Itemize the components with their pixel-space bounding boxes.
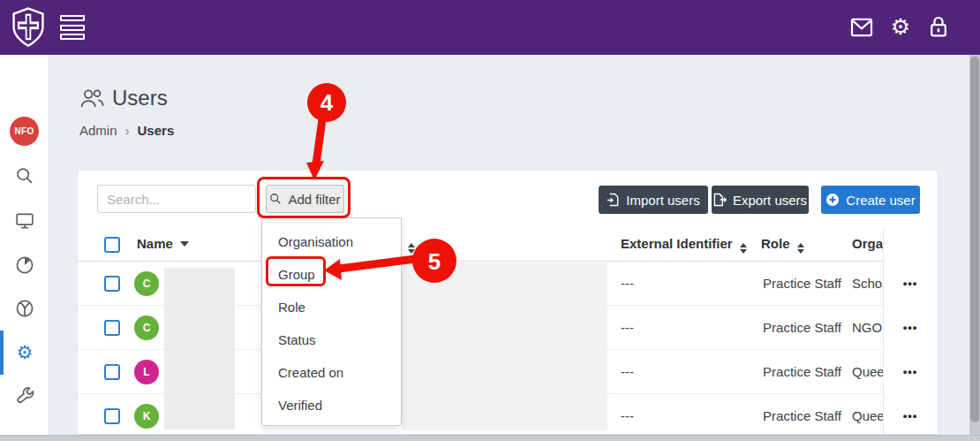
- import-users-label: Import users: [626, 193, 699, 208]
- add-filter-button[interactable]: Add filter: [266, 185, 344, 213]
- redacted-name-column: [164, 268, 235, 430]
- import-users-button[interactable]: Import users: [599, 186, 708, 214]
- breadcrumb-separator: ›: [125, 123, 130, 138]
- file-import-icon: [607, 193, 620, 207]
- row-checkbox[interactable]: [104, 320, 120, 336]
- external-identifier-cell: ---: [621, 262, 634, 306]
- column-header-role[interactable]: Role: [761, 236, 804, 254]
- breadcrumb-current: Users: [138, 123, 175, 138]
- breadcrumb-admin-link[interactable]: Admin: [79, 123, 117, 138]
- create-user-button[interactable]: Create user: [821, 186, 920, 214]
- role-cell: Practice Staff: [643, 394, 841, 434]
- magnifier-icon: [269, 193, 282, 205]
- left-sidebar: NFO ⚙: [0, 55, 49, 435]
- users-icon: [79, 87, 104, 109]
- step-4-number: 4: [320, 89, 334, 116]
- export-users-button[interactable]: Export users: [712, 186, 809, 214]
- row-actions-menu-button[interactable]: •••: [884, 262, 937, 306]
- users-table-card: Add filter Import users Export users Cre…: [78, 171, 938, 434]
- uq-shield-logo[interactable]: [11, 7, 46, 48]
- search-icon[interactable]: [14, 165, 35, 186]
- role-cell: Practice Staff: [643, 306, 841, 350]
- filter-option-verified[interactable]: Verified: [262, 389, 401, 422]
- row-actions-menu-button[interactable]: •••: [884, 394, 937, 434]
- external-identifier-cell: ---: [621, 306, 634, 350]
- create-user-label: Create user: [846, 193, 915, 208]
- settings-gear-icon[interactable]: ⚙: [888, 14, 913, 39]
- step-4-badge: [307, 83, 346, 122]
- plus-circle-icon: [825, 193, 840, 207]
- external-identifier-cell: ---: [621, 350, 634, 394]
- role-cell: Practice Staff: [643, 262, 841, 306]
- avatar: C: [134, 316, 159, 340]
- row-checkbox[interactable]: [104, 276, 120, 292]
- add-filter-dropdown-menu: Organisation Group Role Status Created o…: [261, 217, 402, 426]
- row-checkbox[interactable]: [104, 408, 120, 424]
- vertical-scrollbar-thumb[interactable]: [970, 57, 979, 422]
- filter-option-created-on[interactable]: Created on: [262, 356, 401, 389]
- filter-option-status[interactable]: Status: [262, 323, 401, 356]
- pie-chart-icon[interactable]: [14, 255, 35, 276]
- filter-option-organisation[interactable]: Organisation: [262, 225, 401, 258]
- column-header-external-identifier[interactable]: External Identifier: [621, 236, 747, 254]
- avatar: C: [134, 271, 159, 296]
- avatar: K: [134, 404, 159, 429]
- column-header-name[interactable]: Name: [137, 236, 189, 251]
- step-4-arrow: [316, 119, 322, 164]
- breadcrumb: Admin › Users: [79, 123, 174, 138]
- search-input[interactable]: [97, 185, 256, 213]
- row-checkbox[interactable]: [104, 364, 120, 380]
- add-filter-label: Add filter: [288, 192, 340, 207]
- sort-icon: [740, 243, 747, 254]
- vertical-scrollbar-track[interactable]: [969, 55, 980, 435]
- filter-option-group[interactable]: Group: [262, 258, 401, 291]
- messages-mail-icon[interactable]: [849, 15, 874, 40]
- monitor-icon[interactable]: [14, 210, 35, 232]
- top-navigation-bar: ⚙: [0, 0, 980, 55]
- active-nav-indicator: [0, 331, 4, 375]
- page-title: Users: [112, 86, 168, 110]
- globe-segments-icon[interactable]: [14, 298, 35, 319]
- page-heading: Users: [79, 86, 168, 110]
- admin-gear-icon[interactable]: ⚙: [14, 342, 35, 363]
- tools-wrench-icon[interactable]: [14, 384, 35, 405]
- export-users-label: Export users: [733, 193, 807, 208]
- lock-icon[interactable]: [926, 14, 951, 39]
- sort-icon: [408, 243, 415, 254]
- external-identifier-cell: ---: [621, 394, 634, 434]
- redacted-email-column: [402, 262, 607, 430]
- filter-option-role[interactable]: Role: [262, 291, 401, 323]
- table-header-row: Name Email address External Identifier R…: [78, 228, 938, 262]
- role-cell: Practice Staff: [643, 350, 841, 394]
- window-bottom-edge: [0, 435, 980, 441]
- sort-desc-icon: [180, 241, 189, 247]
- row-actions-menu-button[interactable]: •••: [884, 306, 937, 350]
- org-avatar-badge[interactable]: NFO: [10, 117, 39, 146]
- avatar: L: [134, 360, 159, 384]
- row-actions-menu-button[interactable]: •••: [884, 350, 937, 394]
- app-window: ⚙ NFO ⚙: [0, 0, 980, 441]
- sort-icon: [797, 243, 804, 254]
- file-export-icon: [713, 193, 727, 207]
- select-all-checkbox[interactable]: [104, 237, 120, 253]
- menu-hamburger-icon[interactable]: [60, 15, 87, 40]
- row-actions-column: ••• ••• ••• •••: [883, 228, 938, 434]
